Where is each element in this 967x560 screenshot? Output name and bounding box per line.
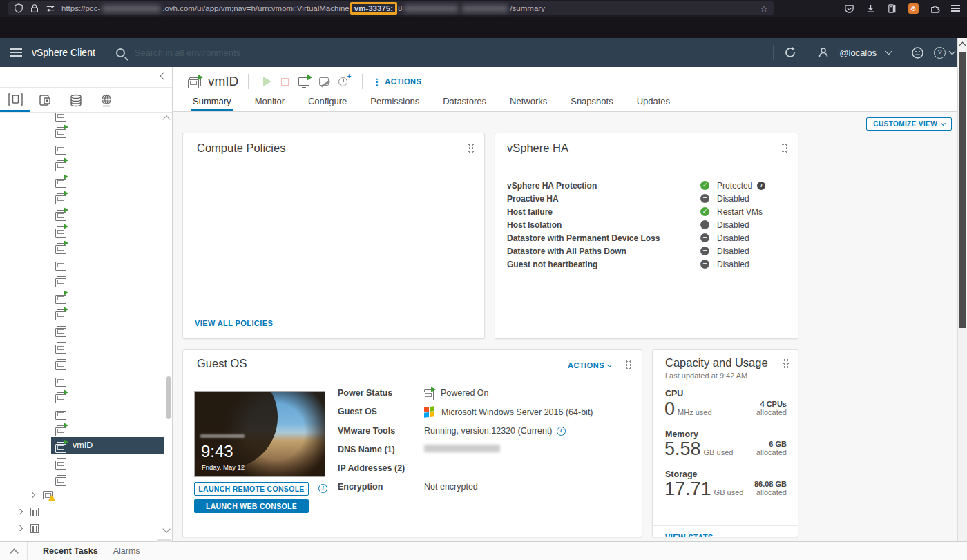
- feedback-smiley-icon[interactable]: [911, 46, 924, 59]
- tree-item-vm[interactable]: [51, 205, 164, 222]
- vm-powered-on-icon: [57, 226, 66, 234]
- tree-item-vm[interactable]: [51, 255, 164, 271]
- launch-remote-console-button[interactable]: LAUNCH REMOTE CONSOLE: [194, 482, 309, 496]
- capacity-section-label: CPU: [665, 389, 683, 398]
- tree-item-vm[interactable]: [51, 354, 164, 371]
- tab-permissions[interactable]: Permissions: [368, 96, 421, 111]
- tree-scrollbar-thumb[interactable]: [166, 376, 171, 419]
- tab-storage[interactable]: [61, 88, 91, 112]
- tab-datastores[interactable]: Datastores: [441, 96, 488, 111]
- summary-content: CUSTOMIZE VIEW Compute Policies VIEW ALL…: [173, 112, 957, 541]
- bookmark-star-icon[interactable]: ☆: [760, 3, 768, 14]
- tree-item-vm[interactable]: [51, 172, 164, 189]
- take-snapshot-button[interactable]: [338, 77, 347, 86]
- scrollbar-up-icon[interactable]: [959, 42, 966, 49]
- tab-hosts-and-clusters[interactable]: [0, 88, 30, 112]
- tab-summary[interactable]: Summary: [191, 96, 233, 111]
- tab-networking[interactable]: [91, 88, 122, 112]
- view-all-policies-link[interactable]: VIEW ALL POLICIES: [195, 319, 273, 327]
- tree-item-vm[interactable]: [51, 288, 164, 305]
- install-tools-button[interactable]: [319, 77, 329, 86]
- drag-handle-icon[interactable]: [625, 360, 631, 369]
- info-icon[interactable]: i: [757, 182, 765, 190]
- tree-item-vm[interactable]: [51, 113, 164, 122]
- tree-item-vm[interactable]: [51, 470, 164, 487]
- launch-console-button[interactable]: [298, 77, 309, 86]
- library-icon[interactable]: [887, 3, 897, 14]
- ha-row: Host Isolation − Disabled: [507, 218, 786, 231]
- info-icon[interactable]: i: [318, 484, 327, 493]
- tree-item-vm[interactable]: [51, 387, 164, 404]
- tab-configure[interactable]: Configure: [306, 96, 349, 111]
- expand-icon[interactable]: [17, 509, 23, 514]
- tab-monitor[interactable]: Monitor: [253, 96, 287, 111]
- expand-icon[interactable]: [17, 525, 23, 531]
- resize-handle[interactable]: [157, 539, 171, 542]
- scrollbar-thumb[interactable]: [959, 52, 966, 328]
- tab-recent-tasks[interactable]: Recent Tasks: [43, 546, 98, 556]
- drag-handle-icon[interactable]: [781, 143, 787, 153]
- view-stats-link[interactable]: VIEW STATS: [665, 533, 714, 537]
- drag-handle-icon[interactable]: [783, 358, 789, 368]
- capacity-used: 17.71: [664, 479, 711, 500]
- vms-templates-icon: [39, 94, 52, 106]
- global-search[interactable]: Search in all environments: [116, 48, 240, 58]
- tree-item-vm[interactable]: [51, 321, 164, 338]
- customize-view-button[interactable]: CUSTOMIZE VIEW: [866, 117, 952, 131]
- tab-updates[interactable]: Updates: [635, 96, 672, 111]
- tree-item-datacenter[interactable]: [18, 503, 164, 520]
- page-scrollbar[interactable]: [957, 38, 967, 560]
- info-icon[interactable]: i: [557, 427, 566, 436]
- user-icon[interactable]: [817, 46, 830, 59]
- user-menu[interactable]: @localos: [839, 48, 877, 58]
- tab-snapshots[interactable]: Snapshots: [568, 96, 615, 111]
- lockscreen-time: 9:43: [201, 442, 233, 461]
- pocket-icon[interactable]: [844, 3, 854, 14]
- tree-item-cluster[interactable]: [30, 487, 164, 503]
- expand-panel-icon[interactable]: [10, 548, 19, 557]
- extensions-menu-icon[interactable]: [930, 3, 940, 14]
- launch-web-console-button[interactable]: LAUNCH WEB CONSOLE: [194, 499, 309, 513]
- tree-item-vm[interactable]: [51, 122, 164, 139]
- tree-item-vm[interactable]: [51, 421, 164, 437]
- download-icon[interactable]: [865, 3, 876, 14]
- tree-item-vm[interactable]: [51, 139, 164, 155]
- capacity-used: 0: [664, 398, 675, 420]
- permissions-icon[interactable]: [46, 3, 55, 13]
- tree-item-datacenter[interactable]: [18, 520, 164, 537]
- tab-vms-and-templates[interactable]: [30, 88, 61, 112]
- tree-item-vm[interactable]: [51, 271, 164, 288]
- tree-item-vm-selected[interactable]: vmID: [51, 437, 164, 454]
- address-bar[interactable]: https://pcc- .ovh.com/ui/app/vm;nav=h/ur…: [8, 1, 774, 15]
- tree-item-vm[interactable]: [51, 189, 164, 205]
- capacity-allocated-label: allocated: [754, 488, 787, 496]
- drag-handle-icon[interactable]: [468, 143, 474, 153]
- ha-value: Disabled: [717, 247, 749, 256]
- refresh-icon[interactable]: [783, 46, 797, 59]
- guest-os-actions-button[interactable]: ACTIONS: [568, 361, 611, 369]
- power-off-button[interactable]: [281, 78, 289, 86]
- expand-icon[interactable]: [30, 492, 35, 498]
- tree-item-vm[interactable]: [51, 371, 164, 387]
- lock-icon[interactable]: [30, 3, 39, 13]
- tree-item-vm[interactable]: [51, 155, 164, 172]
- browser-menu-icon[interactable]: [951, 3, 960, 13]
- tree-item-vm[interactable]: [51, 338, 164, 354]
- actions-menu-button[interactable]: ⋮ACTIONS: [372, 77, 421, 87]
- storage-icon: [69, 94, 83, 107]
- tree-item-vm[interactable]: [51, 238, 164, 255]
- tab-alarms[interactable]: Alarms: [113, 546, 140, 556]
- main-menu-icon[interactable]: [10, 46, 22, 59]
- tree-item-vm[interactable]: [51, 454, 164, 470]
- tree-item-vm[interactable]: [51, 404, 164, 421]
- divider: [27, 542, 28, 560]
- tree-item-vm[interactable]: [51, 305, 164, 321]
- power-on-button[interactable]: [263, 77, 271, 86]
- vm-console-thumbnail[interactable]: 9:43 Friday, May 12: [194, 391, 325, 477]
- help-menu[interactable]: ?: [934, 47, 955, 59]
- tree-item-vm[interactable]: [51, 222, 164, 238]
- extension-icon[interactable]: ⚙: [908, 3, 919, 14]
- collapse-sidebar-icon[interactable]: [160, 72, 167, 79]
- tab-networks[interactable]: Networks: [508, 96, 549, 111]
- shield-icon[interactable]: [14, 3, 23, 13]
